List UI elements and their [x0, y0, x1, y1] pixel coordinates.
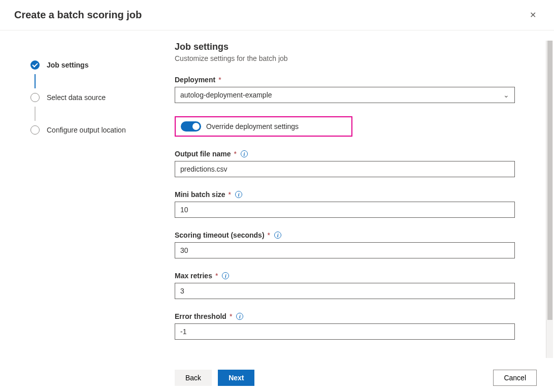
main-panel: Job settings Customize settings for the …	[162, 30, 554, 364]
field-mini-batch: Mini batch size * i	[175, 190, 540, 218]
next-button[interactable]: Next	[218, 370, 254, 386]
cancel-button[interactable]: Cancel	[493, 370, 537, 386]
override-toggle[interactable]	[181, 121, 201, 132]
override-label: Override deployment settings	[206, 122, 299, 130]
required-marker: *	[215, 272, 218, 280]
circle-icon	[30, 125, 40, 135]
info-icon[interactable]: i	[222, 272, 229, 279]
override-highlight: Override deployment settings	[175, 116, 352, 137]
output-file-input[interactable]	[175, 161, 515, 177]
label-text: Output file name	[175, 150, 231, 158]
deployment-select[interactable]: autolog-deployment-example ⌄	[175, 87, 515, 103]
field-retries: Max retries * i	[175, 272, 540, 299]
create-batch-scoring-dialog: Create a batch scoring job ✕ Job setting…	[0, 0, 554, 392]
label-text: Error threshold	[175, 312, 226, 320]
required-marker: *	[230, 312, 232, 320]
section-subtitle: Customize settings for the batch job	[175, 54, 540, 62]
section-title: Job settings	[175, 42, 540, 52]
field-output-file: Output file name * i	[175, 150, 540, 177]
required-marker: *	[234, 150, 236, 158]
body: Job settings Select data source Configur…	[0, 30, 554, 364]
timeout-input[interactable]	[175, 242, 515, 258]
label-text: Scoring timeout (seconds)	[175, 231, 265, 239]
chevron-down-icon: ⌄	[503, 91, 509, 99]
retries-label: Max retries * i	[175, 272, 540, 280]
info-icon[interactable]: i	[274, 232, 281, 239]
required-marker: *	[268, 231, 270, 239]
step-label: Select data source	[47, 93, 106, 102]
deployment-label: Deployment *	[175, 76, 540, 84]
sidebar-step-configure-output[interactable]: Configure output location	[30, 121, 150, 139]
check-icon	[30, 60, 40, 70]
info-icon[interactable]: i	[236, 313, 243, 320]
label-text: Mini batch size	[175, 190, 225, 199]
field-error-threshold: Error threshold * i	[175, 312, 540, 340]
label-text: Deployment	[175, 76, 215, 84]
error-threshold-label: Error threshold * i	[175, 312, 540, 320]
sidebar-step-job-settings[interactable]: Job settings	[30, 56, 150, 74]
field-timeout: Scoring timeout (seconds) * i	[175, 231, 540, 258]
footer: Back Next Cancel	[0, 364, 554, 391]
step-label: Configure output location	[47, 126, 126, 134]
field-deployment: Deployment * autolog-deployment-example …	[175, 76, 540, 103]
field-override: Override deployment settings	[175, 116, 540, 137]
output-file-label: Output file name * i	[175, 150, 540, 158]
circle-icon	[30, 93, 40, 102]
retries-input[interactable]	[175, 283, 515, 299]
mini-batch-label: Mini batch size * i	[175, 190, 540, 199]
footer-left: Back Next	[175, 370, 254, 386]
scrollbar-thumb[interactable]	[547, 41, 552, 320]
step-label: Job settings	[47, 61, 88, 69]
timeout-label: Scoring timeout (seconds) * i	[175, 231, 540, 239]
required-marker: *	[229, 190, 231, 199]
step-connector	[35, 74, 36, 88]
info-icon[interactable]: i	[235, 191, 242, 198]
back-button[interactable]: Back	[175, 370, 212, 386]
mini-batch-input[interactable]	[175, 202, 515, 218]
close-button[interactable]: ✕	[525, 7, 541, 23]
sidebar-step-select-data-source[interactable]: Select data source	[30, 88, 150, 107]
titlebar: Create a batch scoring job ✕	[0, 0, 554, 30]
close-icon: ✕	[530, 10, 536, 20]
deployment-value: autolog-deployment-example	[180, 91, 272, 99]
required-marker: *	[218, 76, 221, 84]
dialog-title: Create a batch scoring job	[14, 9, 142, 21]
label-text: Max retries	[175, 272, 212, 280]
scrollbar[interactable]	[546, 41, 553, 358]
step-connector	[35, 107, 36, 121]
info-icon[interactable]: i	[241, 150, 248, 157]
sidebar: Job settings Select data source Configur…	[0, 30, 162, 364]
error-threshold-input[interactable]	[175, 323, 515, 340]
